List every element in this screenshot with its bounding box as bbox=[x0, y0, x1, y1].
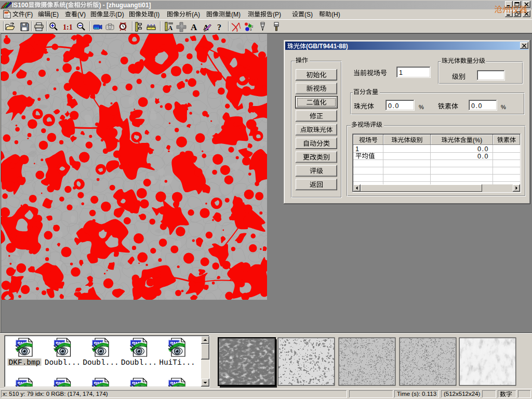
svg-text:IS100: IS100 bbox=[12, 2, 29, 9]
svg-text:0.0: 0.0 bbox=[477, 145, 489, 153]
svg-text:(F): (F) bbox=[25, 11, 33, 18]
svg-text:1: 1 bbox=[355, 145, 359, 153]
svg-text:Doubl...: Doubl... bbox=[121, 358, 157, 367]
svg-text:(I): (I) bbox=[154, 11, 159, 18]
svg-text:(E): (E) bbox=[50, 11, 59, 18]
svg-text:1:1: 1:1 bbox=[63, 23, 73, 31]
svg-text:DOC: DOC bbox=[5, 11, 10, 14]
svg-text:0.0: 0.0 bbox=[388, 102, 400, 110]
svg-text:%: % bbox=[501, 104, 506, 110]
svg-text:Doubl...: Doubl... bbox=[83, 358, 119, 367]
svg-text:x: 510 y: 79 idx: 0 RGB: (17: x: 510 y: 79 idx: 0 RGB: (174, 174, 174) bbox=[3, 391, 108, 397]
svg-text:(P): (P) bbox=[273, 11, 281, 18]
svg-text:(A): (A) bbox=[192, 11, 200, 18]
svg-text:0.0: 0.0 bbox=[477, 153, 489, 160]
svg-text:(512x512x24): (512x512x24) bbox=[444, 391, 480, 397]
svg-text:?: ? bbox=[217, 23, 221, 32]
svg-text:) - [zhuguangti01]: ) - [zhuguangti01] bbox=[99, 2, 151, 9]
svg-text:A: A bbox=[191, 22, 197, 32]
svg-text:(V): (V) bbox=[77, 11, 86, 18]
svg-text:(GB/T9441-88): (GB/T9441-88) bbox=[306, 43, 348, 50]
svg-text:1: 1 bbox=[399, 69, 403, 76]
svg-text:(D): (D) bbox=[115, 11, 124, 18]
svg-text:Time (s): 0.113: Time (s): 0.113 bbox=[397, 391, 436, 397]
svg-text:DKF.bmp: DKF.bmp bbox=[9, 358, 41, 367]
svg-text:(S): (S) bbox=[304, 11, 313, 18]
svg-text:(: ( bbox=[65, 2, 68, 9]
svg-text:(H): (H) bbox=[331, 11, 340, 18]
svg-text:(M): (M) bbox=[231, 11, 241, 18]
svg-text:(%): (%) bbox=[473, 137, 483, 144]
svg-text:HuiTi...: HuiTi... bbox=[159, 358, 195, 367]
svg-text:Doubl...: Doubl... bbox=[45, 358, 81, 367]
svg-text:A: A bbox=[168, 24, 173, 32]
svg-text:0.0: 0.0 bbox=[471, 102, 483, 110]
svg-text:%: % bbox=[419, 104, 424, 110]
